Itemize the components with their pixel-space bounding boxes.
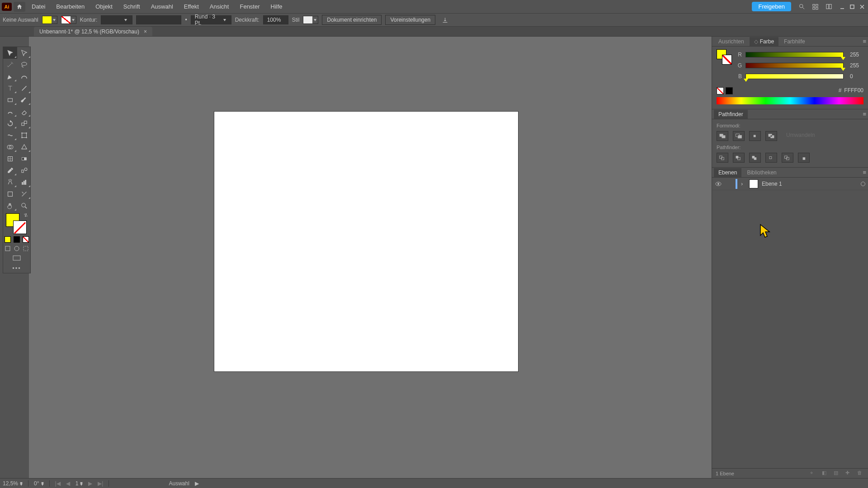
layer-target-icon[interactable]	[861, 182, 865, 186]
menu-auswahl[interactable]: Auswahl	[146, 1, 178, 12]
pf-intersect[interactable]	[749, 131, 761, 141]
free-transform-tool[interactable]	[17, 129, 31, 141]
share-button[interactable]: Freigeben	[752, 2, 791, 11]
stroke-weight-input[interactable]	[101, 15, 132, 24]
pf-exclude[interactable]	[765, 131, 777, 141]
mesh-tool[interactable]	[3, 153, 17, 164]
new-layer-icon[interactable]: ✚	[845, 470, 853, 477]
menu-fenster[interactable]: Fenster	[235, 1, 264, 12]
color-spectrum[interactable]	[717, 97, 863, 104]
next-artboard-icon[interactable]: ▶	[88, 480, 92, 487]
menu-datei[interactable]: Datei	[27, 1, 50, 12]
r-value[interactable]: 255	[847, 52, 863, 58]
hex-value[interactable]: FFFF00	[844, 87, 863, 94]
pf-divide[interactable]	[717, 153, 728, 163]
search-icon[interactable]	[796, 2, 807, 12]
none-mode-icon[interactable]	[21, 235, 30, 244]
canvas-area[interactable]	[29, 37, 712, 478]
eyedropper-tool[interactable]	[3, 164, 17, 176]
layer-chevron-icon[interactable]: ›	[741, 180, 745, 187]
pen-tool[interactable]	[3, 70, 17, 82]
align-to-icon[interactable]	[439, 15, 451, 25]
opacity-input[interactable]: 100%	[263, 15, 288, 24]
document-tab[interactable]: Unbenannt-1* @ 12,5 % (RGB/Vorschau) ×	[34, 27, 152, 36]
toolbox-stroke[interactable]	[13, 221, 27, 234]
b-value[interactable]: 0	[847, 73, 863, 80]
window-maximize-button[interactable]	[848, 3, 856, 11]
g-slider[interactable]	[745, 63, 844, 68]
menu-effekt[interactable]: Effekt	[179, 1, 203, 12]
blend-tool[interactable]	[17, 164, 31, 176]
pf-merge[interactable]	[749, 153, 761, 163]
menu-bearbeiten[interactable]: Bearbeiten	[52, 1, 89, 12]
gradient-mode-icon[interactable]	[12, 235, 21, 244]
mask-layer-icon[interactable]: ◧	[822, 470, 829, 477]
eraser-tool[interactable]	[17, 106, 31, 117]
menu-schrift[interactable]: Schrift	[119, 1, 145, 12]
tab-bibliotheken[interactable]: Bibliotheken	[742, 168, 781, 177]
window-minimize-button[interactable]	[838, 3, 846, 11]
r-slider[interactable]	[745, 52, 844, 57]
lasso-tool[interactable]	[17, 59, 31, 70]
tab-ausrichten[interactable]: Ausrichten	[714, 37, 749, 46]
delete-layer-icon[interactable]: 🗑	[857, 470, 864, 477]
hand-tool[interactable]	[3, 200, 17, 211]
black-swatch[interactable]	[726, 87, 733, 94]
drawing-mode-inside-icon[interactable]	[21, 244, 30, 253]
fill-swatch[interactable]	[42, 16, 57, 24]
pathfinder-menu-icon[interactable]: ≡	[863, 111, 868, 117]
direct-selection-tool[interactable]	[17, 47, 31, 59]
rotation-dropdown[interactable]: 0°	[34, 480, 43, 487]
brush-profile-dropdown[interactable]: Rund · 3 Pt.	[191, 15, 231, 24]
stroke-swatch[interactable]	[61, 16, 76, 24]
symbol-sprayer-tool[interactable]	[3, 176, 17, 188]
layer-visibility-icon[interactable]	[715, 180, 722, 188]
pf-unite[interactable]	[717, 131, 728, 141]
status-menu-icon[interactable]: ▶	[195, 480, 199, 487]
pf-minus-front[interactable]	[733, 131, 745, 141]
menu-objekt[interactable]: Objekt	[91, 1, 117, 12]
width-tool[interactable]	[3, 129, 17, 141]
layer-name[interactable]: Ebene 1	[762, 181, 782, 187]
zoom-dropdown[interactable]: 12,5%	[3, 480, 23, 487]
artboard-nav-input[interactable]: 1	[75, 480, 83, 487]
pf-outline[interactable]	[782, 153, 793, 163]
drawing-mode-normal-icon[interactable]	[3, 244, 12, 253]
pf-trim[interactable]	[733, 153, 745, 163]
graph-tool[interactable]	[17, 176, 31, 188]
swap-fill-stroke-icon[interactable]	[23, 212, 28, 218]
magic-wand-tool[interactable]	[3, 59, 17, 70]
shaper-tool[interactable]	[3, 106, 17, 117]
perspective-tool[interactable]	[17, 141, 31, 153]
first-artboard-icon[interactable]: |◀	[55, 480, 61, 487]
b-slider[interactable]	[745, 74, 844, 79]
graphic-style-dropdown[interactable]	[303, 16, 318, 24]
slice-tool[interactable]	[17, 188, 31, 200]
last-artboard-icon[interactable]: ▶|	[98, 480, 103, 487]
rotate-tool[interactable]	[3, 117, 17, 129]
tab-farbe[interactable]: ◇Farbe	[750, 37, 778, 46]
selection-tool[interactable]	[3, 47, 17, 59]
preferences-button[interactable]: Voreinstellungen	[385, 15, 435, 25]
tab-farbhilfe[interactable]: Farbhilfe	[779, 37, 810, 46]
locate-layer-icon[interactable]: ⌖	[810, 470, 817, 477]
tab-ebenen[interactable]: Ebenen	[714, 168, 741, 177]
stroke-proxy[interactable]	[722, 55, 732, 65]
zoom-tool[interactable]	[17, 200, 31, 211]
menu-hilfe[interactable]: Hilfe	[266, 1, 287, 12]
edit-toolbar-icon[interactable]: •••	[3, 263, 30, 273]
arrange-docs-icon[interactable]	[823, 2, 835, 12]
g-value[interactable]: 255	[847, 62, 863, 69]
stroke-profile-input[interactable]	[136, 15, 181, 24]
menu-ansicht[interactable]: Ansicht	[205, 1, 234, 12]
prev-artboard-icon[interactable]: ◀	[66, 480, 70, 487]
drawing-mode-behind-icon[interactable]	[12, 244, 21, 253]
tab-pathfinder[interactable]: Pathfinder	[714, 110, 748, 119]
scale-tool[interactable]	[17, 117, 31, 129]
paintbrush-tool[interactable]	[17, 94, 31, 106]
color-mode-icon[interactable]	[3, 235, 12, 244]
pf-crop[interactable]	[765, 153, 777, 163]
none-swatch[interactable]	[717, 87, 724, 94]
pf-minus-back[interactable]	[798, 153, 810, 163]
layers-menu-icon[interactable]: ≡	[863, 169, 868, 176]
